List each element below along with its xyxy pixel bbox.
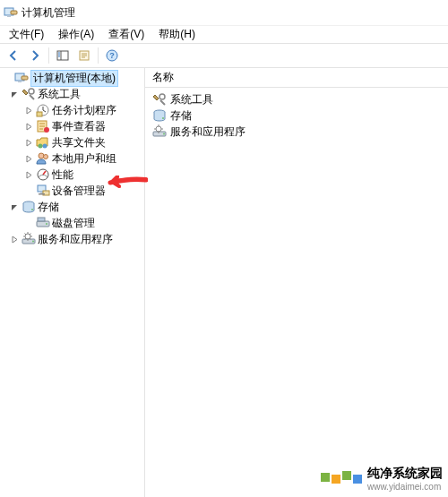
chevron-right-icon[interactable] bbox=[23, 121, 34, 132]
performance-icon bbox=[36, 167, 50, 182]
menu-bar: 文件(F) 操作(A) 查看(V) 帮助(H) bbox=[0, 25, 448, 43]
title-bar: 计算机管理 bbox=[0, 0, 448, 25]
tree-device-manager[interactable]: 设备管理器 bbox=[0, 183, 144, 199]
list-item[interactable]: 存储 bbox=[149, 107, 444, 124]
tree-label: 性能 bbox=[52, 167, 73, 183]
tree-label: 设备管理器 bbox=[52, 184, 106, 199]
services-icon bbox=[152, 124, 167, 139]
list-body: 系统工具 存储 服务和应用程序 bbox=[145, 88, 448, 143]
clock-icon bbox=[36, 103, 50, 117]
tree-shared-folders[interactable]: 共享文件夹 bbox=[0, 134, 144, 150]
expander-icon[interactable] bbox=[2, 73, 13, 83]
svg-point-44 bbox=[162, 117, 164, 119]
tree-storage[interactable]: 存储 bbox=[0, 199, 144, 215]
tree-services-apps[interactable]: 服务和应用程序 bbox=[0, 231, 144, 247]
svg-point-17 bbox=[29, 89, 34, 94]
svg-point-25 bbox=[39, 144, 43, 149]
storage-icon bbox=[152, 108, 167, 123]
tree-system-tools[interactable]: 系统工具 bbox=[0, 86, 144, 102]
svg-rect-19 bbox=[37, 112, 42, 116]
computer-management-icon bbox=[4, 5, 18, 20]
tree-label: 本地用户和组 bbox=[52, 151, 116, 167]
list-item-label: 服务和应用程序 bbox=[170, 124, 246, 140]
window-title: 计算机管理 bbox=[22, 5, 75, 21]
tree-task-scheduler[interactable]: 任务计划程序 bbox=[0, 102, 144, 118]
services-icon bbox=[22, 232, 36, 246]
disk-icon bbox=[36, 216, 50, 230]
tree-label: 事件查看器 bbox=[52, 119, 106, 134]
tree-label: 共享文件夹 bbox=[52, 135, 106, 150]
svg-point-47 bbox=[156, 126, 161, 132]
toolbar: ? bbox=[0, 43, 448, 68]
menu-file[interactable]: 文件(F) bbox=[2, 25, 51, 44]
tree-label: 磁盘管理 bbox=[52, 216, 95, 231]
tree-local-users[interactable]: 本地用户和组 bbox=[0, 150, 144, 167]
tree-label: 计算机管理(本地) bbox=[30, 70, 118, 87]
svg-point-37 bbox=[46, 223, 47, 225]
watermark-text-block: 纯净系统家园 www.yidaimei.com bbox=[367, 466, 443, 492]
back-button[interactable] bbox=[4, 46, 23, 65]
tree-performance[interactable]: 性能 bbox=[0, 167, 144, 183]
users-icon bbox=[36, 151, 50, 166]
svg-rect-1 bbox=[7, 15, 11, 17]
toolbar-separator bbox=[48, 47, 49, 64]
storage-icon bbox=[22, 200, 36, 214]
list-item[interactable]: 系统工具 bbox=[149, 91, 444, 107]
tree-root-computer-management[interactable]: 计算机管理(本地) bbox=[0, 70, 144, 86]
svg-point-24 bbox=[44, 127, 49, 133]
menu-help[interactable]: 帮助(H) bbox=[151, 25, 202, 44]
device-manager-icon bbox=[36, 184, 50, 198]
chevron-right-icon[interactable] bbox=[23, 153, 34, 164]
list-item-label: 存储 bbox=[170, 108, 192, 124]
shared-folder-icon bbox=[36, 135, 50, 150]
main-panes: 计算机管理(本地) 系统工具 任务计划程序 bbox=[0, 68, 448, 497]
tools-icon bbox=[22, 87, 36, 101]
properties-button[interactable] bbox=[74, 46, 94, 65]
tools-icon bbox=[152, 92, 167, 107]
svg-rect-2 bbox=[11, 11, 17, 14]
svg-point-27 bbox=[39, 153, 44, 159]
help-button[interactable]: ? bbox=[102, 46, 122, 65]
tree-disk-management[interactable]: 磁盘管理 bbox=[0, 215, 144, 231]
tree-label: 系统工具 bbox=[38, 87, 81, 102]
chevron-down-icon[interactable] bbox=[9, 201, 20, 212]
svg-point-35 bbox=[31, 209, 33, 210]
chevron-right-icon[interactable] bbox=[23, 137, 34, 148]
chevron-down-icon[interactable] bbox=[9, 89, 20, 99]
watermark: 纯净系统家园 www.yidaimei.com bbox=[321, 466, 443, 492]
svg-point-28 bbox=[44, 155, 48, 159]
list-pane[interactable]: 名称 系统工具 存储 服务和应用程序 bbox=[145, 68, 448, 497]
toolbar-separator bbox=[98, 47, 99, 64]
watermark-text: 纯净系统家园 bbox=[367, 466, 443, 482]
svg-point-40 bbox=[32, 241, 34, 243]
svg-point-46 bbox=[163, 133, 165, 135]
tree-label: 服务和应用程序 bbox=[38, 232, 113, 247]
svg-text:?: ? bbox=[109, 51, 115, 60]
show-hide-tree-button[interactable] bbox=[53, 46, 73, 65]
svg-rect-38 bbox=[38, 218, 45, 221]
svg-rect-15 bbox=[18, 81, 22, 82]
svg-rect-16 bbox=[22, 76, 28, 80]
list-item[interactable]: 服务和应用程序 bbox=[149, 124, 444, 140]
tree-event-viewer[interactable]: 事件查看器 bbox=[0, 118, 144, 134]
menu-action[interactable]: 操作(A) bbox=[51, 25, 101, 44]
tree-label: 存储 bbox=[38, 200, 59, 215]
list-header-name[interactable]: 名称 bbox=[145, 68, 448, 88]
chevron-right-icon[interactable] bbox=[23, 105, 34, 116]
svg-rect-33 bbox=[39, 193, 45, 195]
computer-management-icon bbox=[14, 71, 29, 85]
svg-point-26 bbox=[43, 144, 47, 149]
chevron-right-icon[interactable] bbox=[9, 234, 20, 244]
tree-pane[interactable]: 计算机管理(本地) 系统工具 任务计划程序 bbox=[0, 68, 145, 497]
list-item-label: 系统工具 bbox=[170, 92, 213, 107]
watermark-url: www.yidaimei.com bbox=[367, 482, 443, 492]
chevron-right-icon[interactable] bbox=[23, 169, 34, 180]
watermark-logo-icon bbox=[321, 475, 362, 484]
tree-label: 任务计划程序 bbox=[52, 103, 116, 118]
forward-button[interactable] bbox=[25, 46, 45, 65]
event-log-icon bbox=[36, 119, 50, 133]
svg-point-42 bbox=[159, 94, 165, 99]
menu-view[interactable]: 查看(V) bbox=[101, 25, 151, 44]
